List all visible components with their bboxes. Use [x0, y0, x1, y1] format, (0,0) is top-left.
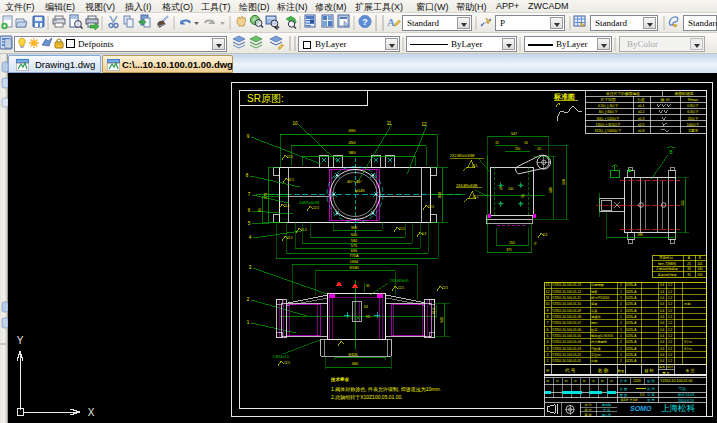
svg-text:120以上315以下: 120以上315以下	[596, 123, 621, 127]
svg-text:轴承-T(NBR): 轴承-T(NBR)	[658, 262, 676, 266]
svg-text:500: 500	[351, 233, 357, 237]
svg-text:0235-A: 0235-A	[626, 302, 637, 306]
svg-text:YZ310.10.100.01-12: YZ310.10.100.01-12	[552, 290, 581, 294]
svg-text:1: 1	[620, 334, 622, 338]
svg-text:表面粗糙度: 表面粗糙度	[675, 91, 694, 96]
svg-text:0.8以下: 0.8以下	[687, 104, 699, 108]
svg-text:1:5: 1:5	[640, 393, 645, 397]
svg-text:比 例: 比 例	[647, 387, 654, 391]
svg-text:9: 9	[547, 309, 549, 313]
svg-text:弹簧四联轴簧: 弹簧四联轴簧	[657, 273, 677, 277]
svg-text:2X2-M5x0.8JM: 2X2-M5x0.8JM	[450, 154, 474, 158]
svg-text:校 对: 校 对	[584, 408, 592, 412]
svg-text:尺寸范围: 尺寸范围	[600, 97, 615, 102]
svg-text:无要求: 无要求	[688, 128, 699, 133]
svg-text:12.5: 12.5	[472, 164, 478, 168]
svg-text:6.3: 6.3	[422, 232, 427, 236]
svg-text:备 注: 备 注	[685, 368, 694, 373]
svg-text:轴销: 轴销	[591, 321, 598, 325]
svg-text:141: 141	[697, 262, 703, 266]
svg-text:7: 7	[547, 321, 549, 325]
svg-text:3以上30以下: 3以上30以下	[598, 110, 618, 114]
svg-text:0235-A: 0235-A	[626, 347, 637, 351]
svg-text:1.2: 1.2	[668, 321, 673, 325]
svg-text:580: 580	[549, 187, 553, 193]
svg-text:0.4: 0.4	[660, 353, 665, 357]
svg-text:12.5: 12.5	[442, 286, 448, 290]
svg-text:8: 8	[547, 315, 549, 319]
svg-text:±0.8: ±0.8	[638, 129, 645, 133]
svg-text:5: 5	[547, 334, 549, 338]
svg-text:380: 380	[349, 150, 357, 155]
svg-text:35: 35	[366, 284, 370, 288]
svg-text:1: 1	[620, 296, 622, 300]
svg-text:1.2: 1.2	[668, 340, 673, 344]
svg-text:7: 7	[248, 192, 251, 197]
svg-text:20: 20	[537, 147, 541, 151]
svg-text:定位销: 定位销	[591, 353, 601, 357]
svg-text:1.2: 1.2	[668, 328, 673, 332]
svg-text:1: 1	[620, 328, 622, 332]
svg-text:1.2: 1.2	[668, 334, 673, 338]
svg-text:0.4: 0.4	[660, 309, 665, 313]
svg-text:松科'14-03: 松科'14-03	[678, 393, 694, 397]
svg-text:J-轴四联轴弹簧: J-轴四联轴弹簧	[656, 267, 679, 271]
svg-text:5: 5	[248, 221, 251, 226]
svg-text:名 称: 名 称	[598, 368, 609, 373]
svg-text:690: 690	[349, 128, 357, 133]
svg-text:0235-A: 0235-A	[626, 296, 637, 300]
svg-text:3: 3	[547, 347, 549, 351]
svg-text:0235-A: 0235-A	[626, 309, 637, 313]
svg-text:1.2: 1.2	[668, 315, 673, 319]
svg-text:2: 2	[620, 359, 622, 363]
svg-text:371: 371	[506, 248, 512, 252]
svg-text:A: A	[688, 256, 691, 260]
svg-text:朱伟明: 朱伟明	[602, 403, 611, 407]
svg-text:代 号: 代 号	[565, 368, 576, 373]
svg-text:级 别: 级 别	[660, 97, 670, 102]
svg-text:1: 1	[620, 290, 622, 294]
svg-text:Φ326: Φ326	[348, 353, 357, 357]
svg-text:2014.6.20: 2014.6.20	[678, 399, 694, 403]
svg-text:35: 35	[687, 273, 691, 277]
svg-text:13: 13	[546, 283, 550, 287]
svg-text:1: 1	[247, 320, 250, 325]
svg-text:YZ310.10.100.01-02: YZ310.10.100.01-02	[552, 353, 581, 357]
svg-text:0.4: 0.4	[660, 315, 665, 319]
svg-text:YZ310.10.100.01-13: YZ310.10.100.01-13	[552, 283, 581, 287]
svg-text:YZ310.10.100.01-09: YZ310.10.100.01-09	[552, 309, 581, 313]
svg-text:6: 6	[248, 208, 251, 213]
svg-text:1-M34x1.5: 1-M34x1.5	[273, 355, 290, 359]
svg-text:2: 2	[620, 321, 622, 325]
svg-text:100以下: 100以下	[687, 123, 700, 127]
svg-text:0235-A: 0235-A	[626, 283, 637, 287]
svg-text:25: 25	[687, 262, 691, 266]
svg-text:第1张 共1张: 第1张 共1张	[620, 398, 637, 402]
svg-text:1694: 1694	[350, 260, 358, 264]
svg-text:处: 处	[556, 379, 559, 383]
svg-text:25以下: 25以下	[688, 117, 699, 121]
svg-text:315以上1000以下: 315以上1000以下	[595, 129, 622, 133]
svg-text:φ145: φ145	[355, 188, 365, 193]
svg-text:430: 430	[438, 192, 442, 198]
svg-text:547: 547	[511, 132, 517, 136]
svg-text:140: 140	[697, 267, 703, 271]
svg-text:标: 标	[600, 379, 604, 383]
svg-text:1.2: 1.2	[668, 347, 673, 351]
svg-text:B: B	[669, 149, 673, 155]
svg-text:2X3-M5的孔: 2X3-M5的孔	[390, 278, 410, 283]
svg-text:0.4: 0.4	[660, 359, 665, 363]
svg-text:处: 处	[592, 379, 595, 383]
svg-text:B: B	[699, 256, 702, 260]
svg-text:斗架: 斗架	[590, 309, 597, 313]
svg-text:460: 460	[352, 362, 358, 366]
svg-text:YZ310.10.100.01-07: YZ310.10.100.01-07	[552, 321, 581, 325]
svg-text:1.2: 1.2	[668, 302, 673, 306]
svg-text:690: 690	[351, 249, 357, 253]
svg-text:560: 560	[351, 239, 357, 243]
svg-text:内六角螺栓: 内六角螺栓	[591, 340, 608, 344]
svg-text:标: 标	[564, 379, 568, 383]
svg-text:序: 序	[546, 369, 550, 373]
svg-text:4: 4	[547, 340, 549, 344]
svg-text:审 核: 审 核	[585, 413, 592, 417]
